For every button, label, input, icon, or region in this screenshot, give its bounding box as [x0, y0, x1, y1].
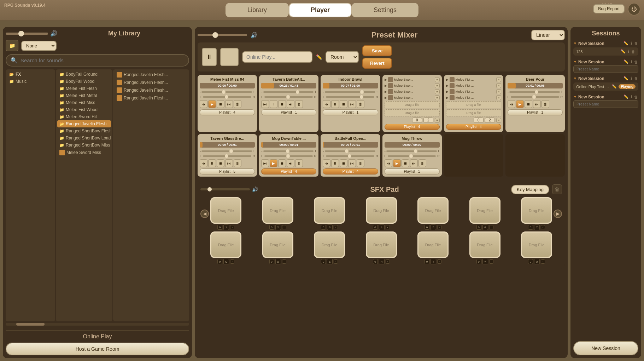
count-input-2[interactable]: [423, 118, 433, 123]
card-forward-button[interactable]: ⏭: [225, 159, 233, 167]
drag-file-box[interactable]: Drag a file: [385, 101, 440, 108]
sfx-pad-button[interactable]: Drag File: [366, 197, 397, 224]
list-item[interactable]: 📁Ranged ShortBow Load: [57, 134, 111, 142]
list-item[interactable]: 📁Ranged ShortBow Miss: [57, 142, 111, 149]
pan-slider[interactable]: [326, 155, 374, 157]
session-sub-delete[interactable]: 🗑: [631, 49, 636, 54]
tab-player[interactable]: Player: [289, 3, 352, 17]
drag-file-box-2[interactable]: Drag a file: [385, 109, 440, 116]
sfx-pad-button[interactable]: Drag File: [366, 231, 397, 258]
session-sub-edit[interactable]: ✏️: [611, 84, 617, 89]
session-edit-button[interactable]: ✏️: [623, 94, 629, 99]
sfx-pad-button[interactable]: Drag File: [210, 231, 241, 258]
volume-slider[interactable]: [201, 150, 252, 152]
card-stop-button[interactable]: ⏹: [525, 100, 532, 108]
session-info-button[interactable]: ℹ: [630, 41, 632, 46]
playlist-button[interactable]: Playlist 1: [261, 109, 316, 115]
sfx-pad-button[interactable]: Drag File: [521, 231, 552, 258]
card-play-button[interactable]: ▶: [393, 159, 401, 167]
card-stop-button[interactable]: ⏹: [402, 159, 409, 167]
session-name-input[interactable]: [242, 51, 312, 63]
card-forward-button[interactable]: ⏭: [348, 159, 356, 167]
session-delete-button[interactable]: 🗑: [634, 41, 638, 46]
card-back-button[interactable]: ⏮: [508, 100, 515, 108]
key-mapping-button[interactable]: Key Mapping: [511, 185, 549, 194]
playlist-button[interactable]: Playlist 4: [446, 124, 501, 130]
volume-slider[interactable]: [386, 150, 437, 152]
tab-library[interactable]: Library: [226, 3, 289, 17]
tab-settings[interactable]: Settings: [352, 3, 418, 17]
card-pause-button[interactable]: ⏸: [331, 159, 339, 167]
count-input-2[interactable]: [485, 118, 495, 123]
playlist-button[interactable]: Playlist 1: [508, 109, 563, 115]
sfx-pad-button[interactable]: Drag File: [314, 197, 345, 224]
card-stop-button[interactable]: ⏹: [340, 159, 347, 167]
count-close-button[interactable]: ×: [435, 118, 440, 123]
linear-select[interactable]: Linear: [531, 30, 565, 40]
playlist-button[interactable]: Playlist 4: [385, 124, 440, 130]
card-back-button[interactable]: ⏮: [200, 100, 207, 108]
session-arrow[interactable]: ▼: [573, 60, 577, 64]
list-item[interactable]: Melee Sword Miss: [57, 149, 111, 156]
card-back-button[interactable]: ⏮: [261, 159, 269, 167]
card-play-button[interactable]: ▶: [208, 100, 216, 108]
list-item[interactable]: Ranged Javelin Flesh...: [115, 94, 188, 102]
sfx-pad-button[interactable]: Drag File: [314, 231, 345, 258]
pause-button[interactable]: ⏸: [202, 48, 217, 66]
session-arrow[interactable]: ▼: [573, 76, 577, 80]
list-item[interactable]: 📁Melee Fist Flesh: [57, 85, 111, 92]
session-delete-button[interactable]: 🗑: [634, 59, 638, 64]
filter-select[interactable]: None: [21, 41, 57, 51]
card-delete-button[interactable]: 🗑: [357, 159, 364, 167]
volume-slider[interactable]: [325, 91, 375, 93]
filter-icon-button[interactable]: 📁: [6, 40, 18, 51]
list-item[interactable]: Ranged Javelin Flesh...: [115, 79, 188, 86]
track-delete-button[interactable]: ×: [496, 83, 501, 88]
volume-slider[interactable]: [325, 150, 375, 152]
list-item[interactable]: 📁Melee Sword Hit: [57, 113, 111, 120]
list-item-selected[interactable]: 📂Ranged Javelin Flesh: [57, 120, 111, 127]
revert-button[interactable]: Revert: [362, 58, 392, 69]
list-item[interactable]: Ranged Javelin Flesh...: [115, 71, 188, 79]
track-delete-button[interactable]: ×: [435, 89, 440, 94]
card-stop-button[interactable]: ⏹: [278, 159, 286, 167]
category-music[interactable]: 📁 Music: [7, 78, 54, 85]
sfx-pad-button[interactable]: Drag File: [417, 197, 449, 224]
category-fx[interactable]: 📂 FX: [7, 71, 54, 78]
card-play-button[interactable]: ▶: [516, 100, 524, 108]
card-play-button[interactable]: ▶: [270, 159, 277, 167]
sfx-pad-button[interactable]: Drag File: [469, 197, 500, 224]
track-delete-button[interactable]: ×: [496, 89, 501, 94]
session-delete-button[interactable]: 🗑: [634, 76, 638, 81]
card-forward-button[interactable]: ⏭: [287, 159, 294, 167]
track-delete-button[interactable]: ×: [435, 95, 440, 100]
count-close-button[interactable]: ×: [496, 118, 501, 123]
new-session-button[interactable]: New Session: [573, 341, 638, 355]
session-info-button[interactable]: ℹ: [630, 59, 632, 64]
sfx-next-button[interactable]: ▶: [554, 210, 562, 218]
card-pause-button[interactable]: ⏸: [208, 159, 216, 167]
bug-report-button[interactable]: Bug Report: [593, 4, 625, 13]
power-button[interactable]: ⏻: [628, 3, 640, 16]
sfx-prev-button[interactable]: ◀: [200, 210, 209, 218]
sfx-pad-button[interactable]: Drag File: [417, 231, 449, 258]
list-item[interactable]: 📁BodyFall Wood: [57, 78, 111, 85]
pan-slider[interactable]: [264, 155, 313, 157]
sfx-trash-button[interactable]: 🗑: [552, 184, 562, 194]
session-sub-edit[interactable]: ✏️: [620, 49, 626, 54]
search-input[interactable]: [21, 57, 184, 63]
card-delete-button[interactable]: 🗑: [541, 100, 549, 108]
card-delete-button[interactable]: 🗑: [418, 159, 426, 167]
session-edit-button[interactable]: ✏️: [623, 59, 629, 64]
card-pause-button[interactable]: ⏸: [331, 100, 339, 108]
track-delete-button[interactable]: ×: [435, 77, 440, 82]
pan-slider[interactable]: [264, 96, 313, 98]
session-sub-info[interactable]: ℹ: [627, 49, 630, 54]
card-back-button[interactable]: ⏮: [323, 159, 330, 167]
session-arrow[interactable]: ▼: [573, 41, 577, 45]
pan-slider[interactable]: [511, 96, 559, 98]
list-item[interactable]: 📁Melee Fist Wood: [57, 106, 111, 113]
host-game-room-button[interactable]: Host a Game Room: [6, 343, 189, 355]
card-delete-button[interactable]: 🗑: [295, 100, 303, 108]
card-back-button[interactable]: ⏮: [323, 100, 330, 108]
